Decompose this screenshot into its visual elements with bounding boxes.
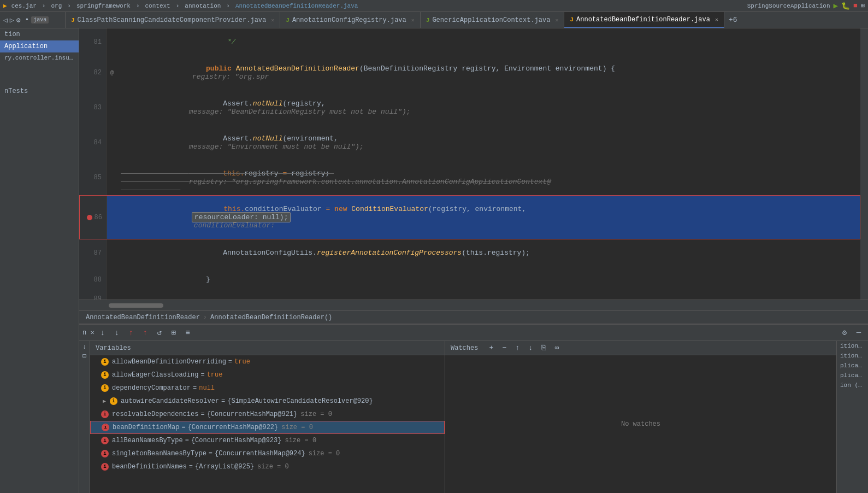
fold-83[interactable] <box>107 90 117 125</box>
path-item: ces.jar <box>11 3 37 9</box>
left-sidebar: tion Application ry.controller.insura nT… <box>0 28 79 493</box>
debug-down-arrow[interactable]: ↓ <box>82 343 86 351</box>
line-code-87: AnnotationConfigUtils.registerAnnotation… <box>117 239 860 266</box>
watches-toolbar: Watches + − ↑ ↓ ⎘ ∞ <box>445 341 836 355</box>
back-btn[interactable]: ◁ <box>3 16 8 25</box>
fold-85[interactable] <box>107 160 117 195</box>
breakpoint-dot[interactable] <box>87 215 92 220</box>
line-code-83: Assert.notNull(registry, message: "BeanD… <box>117 90 860 125</box>
tab-label: ClassPathScanningCandidateComponentProvi… <box>78 16 267 24</box>
fold-86[interactable] <box>107 196 118 239</box>
watch-infinity[interactable]: ∞ <box>551 343 562 354</box>
debug-restart[interactable]: ↺ <box>153 327 166 339</box>
debug-settings[interactable]: ⚙ <box>839 327 851 339</box>
right-scrollbar[interactable] <box>860 28 868 300</box>
home-btn[interactable]: ⚙ <box>16 16 21 25</box>
tab-close3[interactable]: ✕ <box>555 17 558 24</box>
debug-step-into[interactable]: ↓ <box>111 327 123 339</box>
debug-resume[interactable]: ↑ <box>139 327 151 339</box>
app-root: ▶ ces.jar › org › springframework › cont… <box>0 0 868 493</box>
var-icon-8: i <box>101 450 109 457</box>
stop-btn[interactable]: ■ <box>853 2 858 10</box>
sidebar-item-controller[interactable]: ry.controller.insura <box>0 52 79 63</box>
forward-btn[interactable]: ▷ <box>10 16 14 25</box>
code-line-89: 89 <box>79 293 860 300</box>
expand-icon-1[interactable]: ▶ <box>101 398 108 404</box>
gutter-81: 81 <box>79 28 107 55</box>
var-beanDefinitionMap[interactable]: i beanDefinitionMap = {ConcurrentHashMap… <box>90 421 445 434</box>
fold-88[interactable] <box>107 266 117 293</box>
fold-84[interactable] <box>107 125 117 160</box>
debug-layout[interactable]: ≡ <box>182 327 194 339</box>
watch-down[interactable]: ↓ <box>525 343 536 354</box>
debug-close-btn[interactable]: n ✕ <box>82 328 95 337</box>
sidebar-item-ntests[interactable]: nTests <box>0 85 79 97</box>
line-code-88: } <box>117 266 860 293</box>
tab-label4: AnnotatedBeanDefinitionReader.java <box>576 16 710 24</box>
code-line-81: 81 */ <box>79 28 860 55</box>
debug-minimize[interactable]: ─ <box>853 327 865 339</box>
var-icon-6: i <box>102 424 109 431</box>
more-tabs[interactable]: +6 <box>724 12 742 28</box>
bottom-section: 81 */ 82 @ public Annotated <box>79 28 868 493</box>
run-btn[interactable]: ▶ <box>834 1 838 10</box>
var-allowEagerClassLoading[interactable]: i allowEagerClassLoading = true <box>90 368 445 382</box>
var-beanDefinitionNames[interactable]: i beanDefinitionNames = {ArrayList@925} … <box>90 460 445 473</box>
var-dependencyComparator[interactable]: i dependencyComparator = null <box>90 382 445 395</box>
stack-item-1[interactable]: itionRead <box>837 341 868 351</box>
sep4: › <box>176 3 180 9</box>
stack-item-5[interactable]: ion (com. <box>837 380 868 390</box>
watches-panel: Watches + − ↑ ↓ ⎘ ∞ No watches <box>445 341 836 493</box>
debug-frames[interactable]: ⊞ <box>168 327 180 339</box>
debug-step-out[interactable]: ↑ <box>125 327 137 339</box>
var-singletonBeanNamesByType[interactable]: i singletonBeanNamesByType = {Concurrent… <box>90 447 445 460</box>
tab-close[interactable]: ✕ <box>271 17 274 24</box>
variables-title: Variables <box>96 344 131 352</box>
breadcrumb-part2[interactable]: AnnotatedBeanDefinitionReader() <box>210 314 332 321</box>
sidebar-item-tion[interactable]: tion <box>0 28 79 40</box>
gutter-82: 82 <box>79 55 107 90</box>
variables-panel: Variables i allowBeanDefinitionOverridin… <box>90 341 445 493</box>
sidebar-item-application[interactable]: Application <box>0 40 79 52</box>
debug-panel: n ✕ ↓ ↓ ↑ ↑ ↺ ⊞ ≡ ⚙ ─ ↓ ⊟ <box>79 324 868 493</box>
debug-run-btn[interactable]: 🐛 <box>841 2 850 10</box>
watch-copy[interactable]: ⎘ <box>538 343 549 354</box>
tab-close2[interactable]: ✕ <box>411 17 415 24</box>
tab-classpathscanning[interactable]: J ClassPathScanningCandidateComponentPro… <box>66 12 280 28</box>
code-line-88: 88 } <box>79 266 860 293</box>
stack-item-2[interactable]: itionRead <box>837 351 868 361</box>
fold-81[interactable] <box>107 28 117 55</box>
code-line-83: 83 Assert.notNull(registry, message: "Be… <box>79 90 860 125</box>
watch-add[interactable]: + <box>486 343 497 354</box>
line-code-86: this.conditionEvaluator = new ConditionE… <box>118 196 860 239</box>
var-autowireCandidateResolver[interactable]: ▶ i autowireCandidateResolver = {SimpleA… <box>90 395 445 408</box>
tab-close4[interactable]: ✕ <box>715 16 718 23</box>
debug-toolbar: n ✕ ↓ ↓ ↑ ↑ ↺ ⊞ ≡ ⚙ ─ <box>79 325 868 341</box>
java-icon4: J <box>570 16 574 23</box>
fold-82[interactable]: @ <box>107 55 117 90</box>
debug-step-over[interactable]: ↓ <box>97 327 109 339</box>
stack-item-3[interactable]: plication <box>837 361 868 371</box>
var-icon-3: i <box>101 384 109 392</box>
debug-filter[interactable]: ⊟ <box>82 352 86 360</box>
sep5: › <box>226 3 230 9</box>
fold-89[interactable] <box>107 293 117 300</box>
tab-annotationconfigregistry[interactable]: J AnnotationConfigRegistry.java ✕ <box>280 12 420 28</box>
java-icon: J <box>71 17 75 24</box>
watch-up[interactable]: ↑ <box>512 343 523 354</box>
var-allBeanNamesByType[interactable]: i allBeanNamesByType = {ConcurrentHashMa… <box>90 434 445 447</box>
fold-87[interactable] <box>107 239 117 266</box>
expand-btn[interactable]: ⊞ <box>861 2 865 10</box>
tab-genericapplication[interactable]: J GenericApplicationContext.java ✕ <box>421 12 565 28</box>
breadcrumb-part1[interactable]: AnnotatedBeanDefinitionReader <box>86 314 200 321</box>
variables-header: Variables <box>90 341 445 355</box>
stack-item-4[interactable]: plication <box>837 371 868 380</box>
tab-label2: AnnotationConfigRegistry.java <box>292 16 406 24</box>
path-context: context <box>145 3 170 9</box>
var-allowBeanDefinitionOverriding[interactable]: i allowBeanDefinitionOverriding = true <box>90 355 445 368</box>
var-resolvableDependencies[interactable]: i resolvableDependencies = {ConcurrentHa… <box>90 408 445 421</box>
tab-annotatedbeandefinitionreader[interactable]: J AnnotatedBeanDefinitionReader.java ✕ <box>564 12 724 28</box>
run-config: SpringSourceApplication <box>747 3 830 9</box>
path-file: AnnotatedBeanDefinitionReader.java <box>235 3 358 9</box>
watch-remove[interactable]: − <box>499 343 510 354</box>
